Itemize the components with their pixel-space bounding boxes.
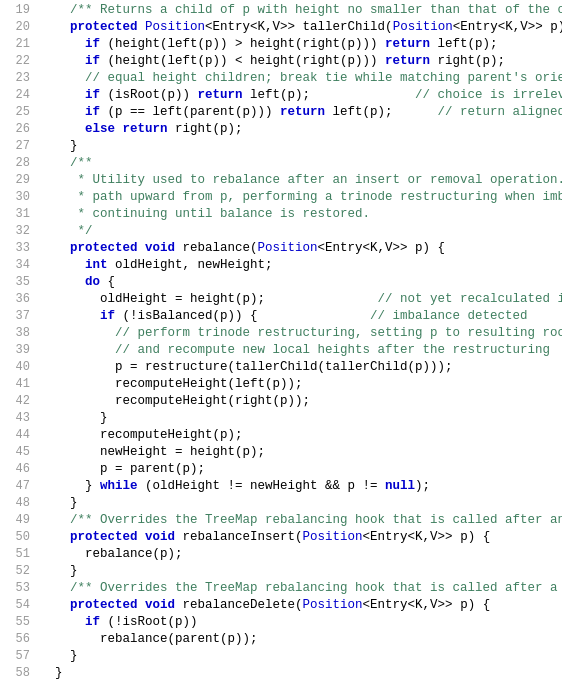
line-28: 28 /** [0,155,562,172]
line-code: // equal height children; break tie whil… [40,70,562,87]
token [40,122,85,136]
token: /** [70,156,93,170]
token: void [145,530,175,544]
line-code: * path upward from p, performing a trino… [40,189,562,206]
line-code: recomputeHeight(p); [40,427,558,444]
line-31: 31 * continuing until balance is restore… [0,206,562,223]
line-27: 27 } [0,138,562,155]
token: // choice is irrelevant [310,88,562,102]
line-34: 34 int oldHeight, newHeight; [0,257,562,274]
line-52: 52 } [0,563,562,580]
line-number: 25 [4,104,30,121]
token: /** Overrides the TreeMap rebalancing ho… [70,513,562,527]
line-code: } [40,495,558,512]
token: rebalanceInsert( [175,530,303,544]
token [40,88,85,102]
line-number: 51 [4,546,30,563]
token [40,71,85,85]
token [40,20,70,34]
line-number: 24 [4,87,30,104]
token: } [40,411,108,425]
line-number: 21 [4,36,30,53]
line-26: 26 else return right(p); [0,121,562,138]
line-number: 40 [4,359,30,376]
token: return [123,122,168,136]
line-number: 52 [4,563,30,580]
token: <Entry<K,V>> [205,20,303,34]
line-code: /** Returns a child of p with height no … [40,2,562,19]
token: /** Returns a child of p with height no … [70,3,562,17]
token: protected [70,598,138,612]
line-code: } while (oldHeight != newHeight && p != … [40,478,558,495]
token [40,173,78,187]
line-number: 56 [4,631,30,648]
token [40,3,70,17]
token [40,530,70,544]
token: Position [258,241,318,255]
line-41: 41 recomputeHeight(left(p)); [0,376,562,393]
token: // return aligned child [393,105,562,119]
token: Position [145,20,205,34]
line-code: do { [40,274,558,291]
token: p = parent(p); [100,462,205,476]
token [40,428,100,442]
line-code: oldHeight = height(p); // not yet recalc… [40,291,562,308]
token: } [40,139,78,153]
line-number: 38 [4,325,30,342]
token [138,598,146,612]
line-number: 57 [4,648,30,665]
line-code: recomputeHeight(right(p)); [40,393,558,410]
token: protected [70,20,138,34]
line-23: 23 // equal height children; break tie w… [0,70,562,87]
token: right(p); [168,122,243,136]
line-33: 33 protected void rebalance(Position<Ent… [0,240,562,257]
token: <Entry<K,V>> p) { [318,241,446,255]
line-code: /** [40,155,558,172]
token: oldHeight = height(p); [100,292,265,306]
line-51: 51 rebalance(p); [0,546,562,563]
line-code: rebalance(parent(p)); [40,631,558,648]
line-number: 55 [4,614,30,631]
token: left(p); [325,105,393,119]
line-code: if (!isRoot(p)) [40,614,558,631]
token [40,377,115,391]
token: (oldHeight != newHeight && p != [138,479,386,493]
token: int [85,258,108,272]
line-code: } [40,648,558,665]
line-number: 23 [4,70,30,87]
token: null [385,479,415,493]
line-38: 38 // perform trinode restructuring, set… [0,325,562,342]
token [40,445,100,459]
token: if [85,615,100,629]
line-40: 40 p = restructure(tallerChild(tallerChi… [0,359,562,376]
token [115,122,123,136]
line-code: */ [40,223,558,240]
token: rebalance( [175,241,258,255]
line-code: } [40,410,558,427]
line-number: 27 [4,138,30,155]
token: protected [70,241,138,255]
line-number: 43 [4,410,30,427]
line-number: 28 [4,155,30,172]
token [40,190,78,204]
line-number: 37 [4,308,30,325]
token: (!isBalanced(p)) { [115,309,258,323]
token: (height(left(p)) > height(right(p))) [100,37,385,51]
token [40,326,115,340]
token: p = restructure(tallerChild(tallerChild(… [115,360,453,374]
line-number: 20 [4,19,30,36]
line-number: 39 [4,342,30,359]
token: (height(left(p)) < height(right(p))) [100,54,385,68]
token: newHeight = height(p); [100,445,265,459]
token: // not yet recalculated if internal [265,292,562,306]
token [138,530,146,544]
line-code: // and recompute new local heights after… [40,342,558,359]
line-number: 42 [4,393,30,410]
token: * Utility used to rebalance after an ins… [78,173,562,187]
token: // equal height children; break tie whil… [85,71,562,85]
line-57: 57 } [0,648,562,665]
token: /** Overrides the TreeMap rebalancing ho… [70,581,562,595]
line-number: 32 [4,223,30,240]
line-code: if (height(left(p)) < height(right(p))) … [40,53,562,70]
line-code: newHeight = height(p); [40,444,558,461]
